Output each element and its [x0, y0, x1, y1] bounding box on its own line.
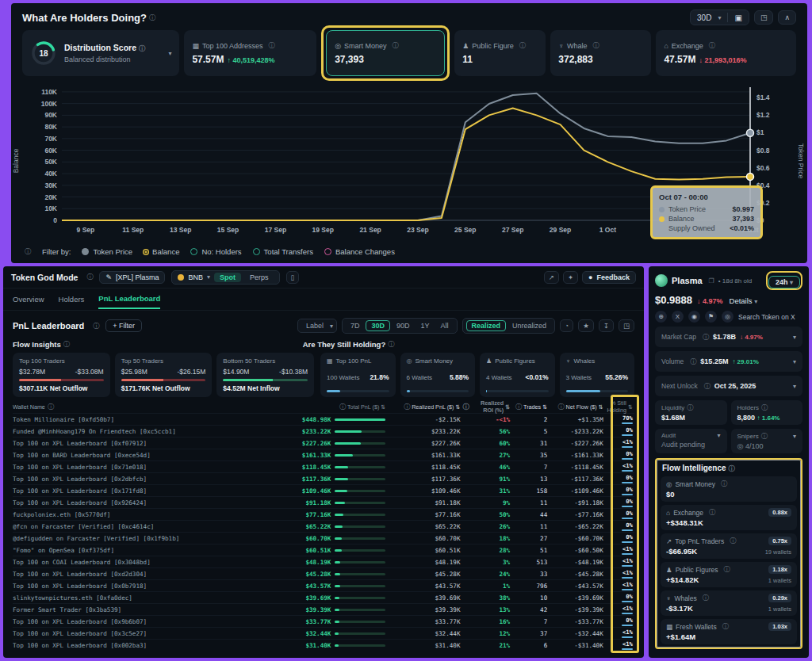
period-90d[interactable]: 90D [392, 321, 415, 330]
table-row[interactable]: Top 100 on XPL Leaderboard [0x71e018]$11… [13, 460, 634, 472]
search-icon[interactable]: ◎ [722, 311, 733, 323]
audit-cell[interactable]: Audit▾ Audit pending [655, 429, 727, 453]
tab-pnl-leaderboard[interactable]: PnL Leaderboard [98, 289, 160, 309]
search-token-link[interactable]: Search Token on X [738, 313, 795, 321]
still-holding-card[interactable]: ♟Public Figures4 Wallets<0.01% [480, 353, 555, 397]
still-holding-card[interactable]: ◎Smart Money6 Wallets5.88% [400, 353, 476, 397]
table-row[interactable]: "Fomo" on OpenSea [0xf375df]$60.51K$60.5… [13, 544, 634, 556]
filter-option-total-transfers[interactable]: Total Transfers [253, 247, 313, 256]
filter-option-token-price[interactable]: Token Price [82, 247, 132, 256]
chain-selector[interactable]: BNB [188, 273, 203, 281]
holders-chart[interactable]: Balance Token Price 010K20K30K40K50K60K7… [11, 81, 807, 244]
distribution-sublabel: Balanced distribution [64, 55, 161, 63]
table-row[interactable]: @defigudden on Farcaster [Verified] [0x1… [13, 532, 634, 544]
label-dropdown[interactable]: Label▾ [297, 319, 337, 333]
flow-insight-card[interactable]: Bottom 50 Traders$14.90M-$10.38M$4.52M N… [216, 353, 314, 397]
spark-icon[interactable]: ✦ [563, 271, 578, 284]
sort-net-flow[interactable]: ⓘNet Flow ($)⇅ [547, 403, 603, 411]
table-row[interactable]: Top 100 on XPL Leaderboard [0x002ba3]$31… [13, 639, 634, 651]
table-row[interactable]: Token Millionaire [0xfd50b7]$448.98K-$2.… [13, 413, 634, 425]
market-cap-card[interactable]: Market Capⓘ $1.78B ↓ 4.97% ▾ [655, 327, 802, 347]
still-holding-card[interactable]: ♆Whales3 Wallets55.26% [560, 353, 635, 397]
stat-card-exchange[interactable]: ⌂Exchangeⓘ 47.57M↓ 21,993,016% [656, 30, 796, 76]
flow-intel-item[interactable]: ◎Smart Moneyⓘ$0 [661, 476, 797, 502]
table-row[interactable]: @fcn on Farcaster [Verified] [0xc4614c]$… [13, 520, 634, 532]
sort-total-pnl[interactable]: ⓘTotal PnL ($)⇅ [262, 403, 386, 411]
table-row[interactable]: Top 100 on XPL Leaderboard [0x2dbfcb]$11… [13, 472, 634, 484]
svg-text:9 Sep: 9 Sep [77, 226, 95, 234]
flow-intel-item[interactable]: ⌂Exchangeⓘ0.88x+$348.31K [661, 505, 797, 530]
copy-icon[interactable]: ❐ [709, 277, 714, 285]
still-holding-bar [622, 470, 633, 472]
flow-intel-item[interactable]: ↗Top PnL Tradersⓘ0.75x-$66.95K19 wallets [661, 533, 797, 559]
distribution-score-card[interactable]: 18 Distribution Scoreⓘ Balanced distribu… [22, 30, 179, 76]
table-row[interactable]: slinkytownpictures.eth [0xfa0dec]$39.69K… [13, 591, 634, 603]
table-row[interactable]: fuckpoloniex.eth [0x5770df]$77.16K$77.16… [13, 508, 634, 520]
flow-insight-card[interactable]: Top 50 Traders$25.98M-$26.15M$171.76K Ne… [115, 353, 213, 397]
filter-option-no-holders[interactable]: No: Holders [190, 247, 241, 256]
flow-intel-item[interactable]: ♟Public Figuresⓘ1.18x+$14.82K1 wallets [661, 562, 797, 587]
filter-option-label: No: Holders [201, 247, 241, 256]
period-30d[interactable]: 30D [366, 320, 390, 331]
sort-roi[interactable]: ⓘRealized ROI (%)⇅ [460, 399, 510, 414]
table-row[interactable]: Top 100 on XPL Leaderboard [0x0b7918]$43… [13, 579, 634, 591]
table-row[interactable]: Top 100 on XPL Leaderboard [0x926424]$91… [13, 496, 634, 508]
expand-icon[interactable]: ◳ [619, 319, 634, 332]
sort-trades[interactable]: ⓘTrades⇅ [510, 403, 547, 411]
period-7d[interactable]: 7D [346, 321, 365, 330]
table-row[interactable]: Top 100 on COAI Leaderboard [0x3048bd]$4… [13, 556, 634, 567]
realized-toggle[interactable]: Realized [466, 320, 507, 331]
stat-card-smart-money[interactable]: ◎Smart Moneyⓘ 37,393 [326, 30, 445, 76]
tab-overview[interactable]: Overview [13, 290, 44, 308]
history-icon[interactable]: ◔ [560, 319, 573, 332]
flow-insight-card[interactable]: Top 100 Traders$32.78M-$33.08M$307.11K N… [13, 353, 110, 397]
table-row[interactable]: Top 100 on XPL Leaderboard [0xf07912]$22… [13, 437, 634, 449]
website-icon[interactable]: ⊕ [655, 311, 667, 323]
bell-icon[interactable]: ◉ [688, 311, 700, 323]
period-all[interactable]: All [436, 321, 454, 330]
table-row[interactable]: Top 100 on XPL Leaderboard [0x3c5e27]$32… [13, 627, 634, 639]
snipers-cell[interactable]: Snipersⓘ▾ ◎ 4/100 [731, 429, 803, 453]
tab-holders[interactable]: Holders [59, 290, 85, 308]
sort-still-holding[interactable]: % Still Holding⇅ [603, 399, 634, 414]
volume-card[interactable]: Volumeⓘ $15.25M ↑ 29.01% ▾ [655, 351, 802, 372]
filter-option-balance[interactable]: Balance [144, 247, 179, 256]
flag-icon[interactable]: ⚑ [705, 311, 717, 323]
flow-intel-item[interactable]: ♆Whalesⓘ0.29x-$3.17K1 wallets [661, 590, 797, 616]
realized-pnl: $117.36K [385, 476, 460, 483]
x-icon[interactable]: X [672, 311, 684, 323]
table-row[interactable]: Top 100 on XPL Leaderboard [0x171fd8]$10… [13, 484, 634, 496]
fullscreen-button[interactable]: ◳ [754, 10, 774, 25]
table-row[interactable]: Top 100 on BARD Leaderboard [0xece54d]$1… [13, 449, 634, 460]
net-flow: -$117.36K [547, 476, 603, 483]
collapse-button[interactable]: ∧ [778, 10, 796, 25]
filter-option-balance-changes[interactable]: Balance Changes [324, 247, 395, 256]
still-holding-card[interactable]: ▦Top 100 PnL100 Wallets21.8% [320, 353, 396, 397]
add-filter-button[interactable]: + Filter [105, 319, 142, 332]
period-dropdown[interactable]: 30D ▾ ▣ [690, 10, 749, 25]
stat-card-top100-addresses[interactable]: ▦Top 100 Addressesⓘ 57.57M↑ 40,519,428% [184, 30, 316, 76]
next-unlock-card[interactable]: Next Unlockⓘ Oct 25, 2025 ▾ [655, 376, 802, 396]
sort-realized-pnl[interactable]: ⓘRealized PnL ($)⇅ [385, 403, 460, 411]
feedback-button[interactable]: ●Feedback [582, 271, 636, 284]
tab-perps[interactable]: Perps [245, 273, 274, 282]
token-selector[interactable]: ✎[XPL] Plasma [99, 271, 165, 284]
tab-spot[interactable]: Spot [214, 273, 241, 282]
details-toggle[interactable]: Details ▾ [730, 296, 758, 305]
table-row[interactable]: Top 100 on XPL Leaderboard [0x9b6b07]$33… [13, 615, 634, 627]
mobile-icon[interactable]: ▯ [286, 271, 300, 284]
filter-dot [324, 248, 331, 255]
stat-card-whale[interactable]: ♆Whaleⓘ 372,883 [550, 30, 651, 76]
star-icon[interactable]: ★ [578, 319, 594, 332]
table-row[interactable]: Top 100 on XPL Leaderboard [0xd2d304]$45… [13, 567, 634, 579]
flow-intel-item[interactable]: ▦Fresh Walletsⓘ1.03x+$1.64M [661, 619, 797, 644]
share-icon[interactable]: ↗ [544, 271, 559, 284]
stat-card-public-figure[interactable]: ♟Public Figureⓘ 11 [454, 30, 546, 76]
period-1y[interactable]: 1Y [416, 321, 435, 330]
timeframe-dropdown[interactable]: 24h ▾ [768, 276, 800, 288]
table-row[interactable]: Former Smart Trader [0x3ba539]$39.39K$39… [13, 603, 634, 615]
unrealized-toggle[interactable]: Unrealized [508, 321, 551, 330]
download-icon[interactable]: ↧ [599, 319, 614, 332]
snapshot-icon[interactable]: ▣ [734, 13, 741, 22]
table-row[interactable]: Funded @MinhHoang179 On Friendtech [0xc5… [13, 425, 634, 437]
